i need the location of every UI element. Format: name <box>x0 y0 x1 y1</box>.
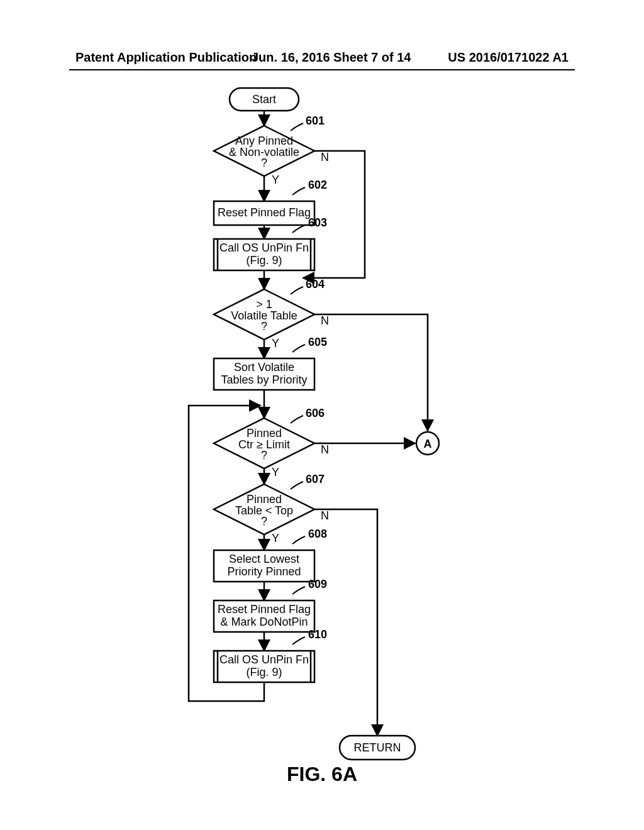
svg-text:Y: Y <box>272 532 279 545</box>
svg-text:Select Lowest: Select Lowest <box>229 553 299 565</box>
svg-text:N: N <box>321 314 329 327</box>
svg-text:Any Pinned: Any Pinned <box>235 135 293 147</box>
page: Patent Application Publication Jun. 16, … <box>0 0 644 830</box>
svg-text:?: ? <box>261 320 267 333</box>
figure-caption: FIG. 6A <box>0 763 644 786</box>
start-label: Start <box>252 93 276 106</box>
ref-609: 609 <box>308 578 327 590</box>
svg-text:Pinned: Pinned <box>247 427 282 440</box>
svg-text:Priority Pinned: Priority Pinned <box>227 565 301 578</box>
ref-608: 608 <box>308 528 327 540</box>
node-start: Start <box>230 88 299 111</box>
svg-text:Call OS UnPin Fn: Call OS UnPin Fn <box>219 653 309 666</box>
node-return: RETURN <box>340 736 415 760</box>
svg-text:(Fig. 9): (Fig. 9) <box>246 254 282 267</box>
ref-605: 605 <box>308 336 327 348</box>
return-label: RETURN <box>354 741 401 754</box>
header-rule <box>69 69 575 70</box>
svg-text:N: N <box>321 509 329 522</box>
svg-text:Sort Volatile: Sort Volatile <box>234 361 294 374</box>
ref-602: 602 <box>308 179 327 191</box>
ref-606: 606 <box>306 407 325 419</box>
svg-text:N: N <box>321 151 329 163</box>
svg-text:Y: Y <box>272 466 279 479</box>
patent-header: Patent Application Publication Jun. 16, … <box>0 50 644 55</box>
svg-text:& Mark DoNotPin: & Mark DoNotPin <box>220 616 308 628</box>
svg-text:Y: Y <box>272 337 279 350</box>
svg-text:Call OS UnPin Fn: Call OS UnPin Fn <box>219 241 309 254</box>
svg-text:?: ? <box>261 449 267 462</box>
ref-603: 603 <box>308 216 327 229</box>
svg-text:(Fig. 9): (Fig. 9) <box>246 666 282 678</box>
flowchart: Start Any Pinned & Non-volatile ? 601 Y … <box>0 82 644 786</box>
svg-text:Tables by Priority: Tables by Priority <box>221 374 307 386</box>
node-608: Select Lowest Priority Pinned <box>214 550 314 582</box>
ref-601: 601 <box>306 114 325 127</box>
node-610: Call OS UnPin Fn (Fig. 9) <box>214 651 314 682</box>
svg-text:?: ? <box>261 157 267 169</box>
node-602: Reset Pinned Flag <box>214 201 314 225</box>
svg-text:Reset Pinned Flag: Reset Pinned Flag <box>218 206 311 219</box>
svg-text:A: A <box>424 438 432 450</box>
node-606: Pinned Ctr ≥ Limit ? <box>214 418 314 468</box>
node-604: > 1 Volatile Table ? <box>214 289 314 340</box>
header-right: US 2016/0171022 A1 <box>448 50 569 65</box>
node-607: Pinned Table < Top ? <box>214 484 314 534</box>
svg-text:Y: Y <box>272 174 279 186</box>
node-603: Call OS UnPin Fn (Fig. 9) <box>214 239 314 270</box>
svg-text:N: N <box>321 443 329 456</box>
svg-text:> 1: > 1 <box>256 298 272 311</box>
connector-A: A <box>416 432 439 455</box>
svg-text:?: ? <box>261 515 267 528</box>
svg-text:Reset Pinned Flag: Reset Pinned Flag <box>218 603 311 616</box>
ref-604: 604 <box>306 278 325 290</box>
svg-text:Pinned: Pinned <box>247 493 282 506</box>
node-605: Sort Volatile Tables by Priority <box>214 358 314 390</box>
header-left: Patent Application Publication <box>75 50 257 65</box>
ref-607: 607 <box>306 473 325 485</box>
node-601: Any Pinned & Non-volatile ? <box>214 126 314 176</box>
ref-610: 610 <box>308 628 327 641</box>
node-609: Reset Pinned Flag & Mark DoNotPin <box>214 600 314 632</box>
header-mid: Jun. 16, 2016 Sheet 7 of 14 <box>252 50 411 65</box>
